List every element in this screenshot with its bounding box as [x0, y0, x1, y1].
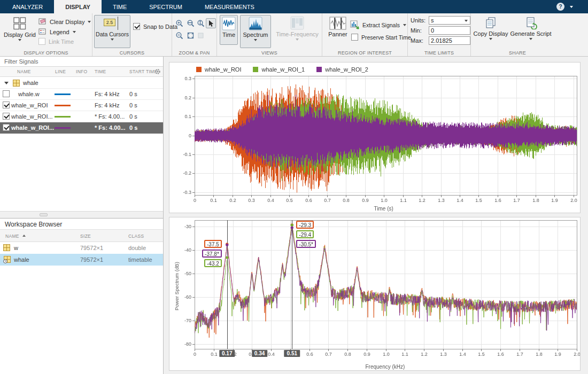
signal-checkbox[interactable] [3, 124, 10, 131]
snap-to-data-checkbox[interactable]: Snap to Data [133, 23, 177, 30]
legend-label: whale_w_ROI_2 [325, 66, 368, 73]
signal-name: whale.w [18, 91, 40, 97]
help-icon[interactable]: ? [556, 3, 564, 11]
fit-to-view-button[interactable] [185, 30, 196, 41]
col-time: TIME [95, 69, 106, 74]
signal-name: whale_w_ROI [11, 102, 48, 108]
zoom-in-button[interactable] [174, 18, 184, 28]
section-cursors: 2.5 Data Cursors Snap to Data CURSORS [92, 13, 172, 56]
signal-line-swatch [55, 105, 71, 106]
variable-name: whale [14, 256, 29, 263]
legend-caret[interactable] [73, 31, 76, 33]
toolstrip-menu-caret[interactable] [570, 6, 573, 8]
zoom-out-button[interactable] [174, 30, 184, 41]
tab-measurements[interactable]: MEASUREMENTS [194, 0, 266, 13]
cursor-value-box[interactable]: 0.17 [219, 350, 235, 357]
collapse-group-icon[interactable] [4, 82, 9, 84]
data-cursors-caret [111, 38, 114, 41]
display-grid-label: Display Grid [4, 32, 36, 38]
signal-checkbox[interactable] [3, 102, 10, 108]
generate-script-label: Generate Script [510, 30, 551, 37]
variable-class: timetable [128, 256, 152, 263]
clear-display-icon [38, 18, 47, 26]
data-tip[interactable]: -37.5 [204, 240, 222, 248]
time-plot-canvas[interactable] [169, 63, 580, 213]
section-label-display-options: DISPLAY OPTIONS [0, 50, 92, 56]
display-grid-button[interactable]: Display Grid [4, 15, 36, 41]
snap-to-data-check[interactable] [133, 23, 140, 30]
zoom-y-button[interactable] [196, 18, 206, 28]
sort-asc-icon[interactable] [22, 235, 26, 237]
spectrum-plot-canvas[interactable] [169, 217, 580, 370]
legend-item[interactable]: whale_w_ROI [196, 66, 241, 73]
signal-line-swatch [55, 94, 71, 95]
section-label-share: SHARE [471, 50, 564, 56]
signal-checkbox[interactable] [3, 113, 10, 120]
clear-display-caret[interactable] [88, 21, 91, 23]
spectrum-view-button[interactable]: Spectrum [240, 15, 271, 48]
data-tip[interactable]: -43.2 [204, 259, 222, 267]
clear-display-button[interactable]: Clear Display [38, 18, 91, 26]
spectrum-view-caret [254, 39, 257, 41]
units-dropdown[interactable]: s [429, 16, 470, 25]
signal-group-row[interactable]: whale [0, 77, 163, 89]
ws-col-class: CLASS [128, 233, 144, 239]
gear-icon[interactable] [154, 68, 161, 75]
data-tip[interactable]: -29.4 [296, 230, 314, 238]
workspace-row[interactable]: whale79572×1timetable [0, 254, 163, 266]
copy-display-caret [489, 38, 492, 40]
tab-display[interactable]: DISPLAY [54, 0, 102, 13]
signal-row[interactable]: whale.wFs: 4 kHz0 s [0, 89, 163, 100]
zoom-x-button[interactable] [185, 18, 196, 28]
cursor-delta-box: 0.34 [252, 350, 267, 357]
variable-size: 79572×1 [80, 256, 103, 263]
preserve-start-time-check[interactable] [351, 34, 358, 41]
data-tip[interactable]: -37.8* [202, 250, 222, 258]
data-tip[interactable]: -30.5* [296, 240, 316, 248]
extract-signals-label: Extract Signals [362, 22, 400, 28]
signal-line-swatch [55, 127, 71, 129]
data-cursors-button[interactable]: 2.5 Data Cursors [94, 15, 130, 48]
tab-spectrum[interactable]: SPECTRUM [138, 0, 194, 13]
extract-signals-caret[interactable] [403, 24, 406, 26]
time-frequency-view-icon [290, 16, 304, 30]
group-name: whale [23, 80, 38, 86]
pointer-button[interactable] [206, 18, 216, 28]
signal-line-swatch [55, 116, 71, 118]
time-view-icon [222, 17, 236, 30]
data-tip[interactable]: -29.3 [296, 221, 314, 229]
link-time-checkbox: Link Time [38, 38, 74, 45]
signal-checkbox[interactable] [3, 90, 10, 97]
min-input[interactable]: 0 [429, 26, 470, 35]
time-frequency-view-button: Time-Frequency [274, 15, 321, 48]
workspace-row[interactable]: w79572×1double [0, 242, 163, 254]
signal-row[interactable]: whale_w_ROI...* Fs: 4.00...0 s [0, 111, 163, 122]
panel-splitter[interactable] [0, 211, 163, 218]
legend-item[interactable]: whale_w_ROI_2 [316, 66, 368, 73]
max-field: Max: 2.01825 [411, 36, 470, 45]
link-time-label: Link Time [49, 38, 74, 45]
signal-time: Fs: 4 kHz [95, 91, 119, 97]
tab-analyzer[interactable]: ANALYZER [1, 0, 54, 13]
time-view-button[interactable]: Time [220, 15, 238, 45]
signal-row[interactable]: whale_w_ROIFs: 4 kHz0 s [0, 100, 163, 111]
legend-swatch [253, 67, 258, 72]
cursor-value-box[interactable]: 0.51 [284, 350, 300, 357]
preserve-start-time-checkbox[interactable]: Preserve Start Time [351, 34, 411, 41]
signal-row[interactable]: whale_w_ROI...* Fs: 4.00...0 s [0, 122, 163, 134]
extract-signals-button[interactable]: Extract Signals [350, 20, 406, 29]
generate-script-button[interactable]: Generate Script [508, 15, 553, 40]
legend-button[interactable]: Legend [38, 28, 76, 36]
units-label: Units: [411, 17, 429, 24]
data-cursors-label: Data Cursors [96, 31, 129, 37]
max-input[interactable]: 2.01825 [429, 36, 470, 45]
units-field: Units: s [411, 16, 470, 25]
tab-time[interactable]: TIME [102, 0, 138, 13]
filter-signals-input[interactable]: Filter Signals [0, 57, 163, 67]
legend-item[interactable]: whale_w_ROI_1 [253, 66, 305, 73]
copy-display-button[interactable]: Copy Display [473, 15, 509, 40]
col-line: LINE [55, 69, 66, 74]
display-grid-caret [18, 39, 21, 41]
panner-button[interactable]: Panner [327, 15, 349, 37]
section-time-limits: Units: s Min: 0 Max: 2.01825 TIME LIMITS [408, 13, 471, 56]
